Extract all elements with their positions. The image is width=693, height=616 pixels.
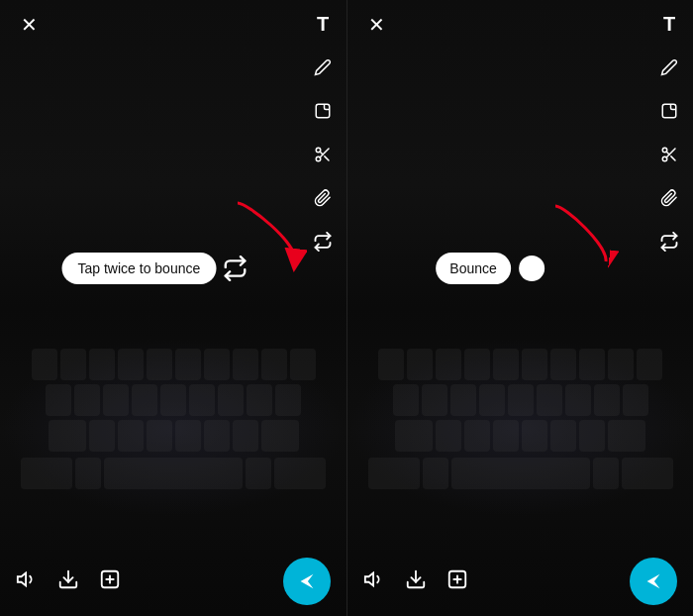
- key: [246, 458, 271, 489]
- paperclip-icon[interactable]: [309, 184, 337, 212]
- key: [608, 420, 645, 452]
- scissors-icon[interactable]: [309, 141, 337, 168]
- key: [522, 420, 547, 452]
- right-keyboard: [347, 349, 693, 547]
- text-tool-icon-right[interactable]: T: [655, 10, 683, 38]
- volume-icon-left[interactable]: [16, 568, 38, 595]
- left-top-bar: ✕: [0, 0, 346, 50]
- key: [21, 458, 72, 489]
- red-arrow-left: [218, 193, 307, 272]
- key: [175, 349, 201, 380]
- key: [622, 458, 673, 489]
- key: [422, 384, 447, 416]
- right-bottom-bar: [347, 547, 693, 616]
- key: [118, 349, 144, 380]
- key: [89, 349, 115, 380]
- key: [464, 420, 490, 452]
- key: [550, 349, 576, 380]
- key: [537, 384, 562, 416]
- svg-line-5: [320, 152, 323, 154]
- red-arrow-right: [541, 198, 620, 272]
- key: [479, 384, 505, 416]
- key: [147, 349, 172, 380]
- left-panel: ✕ T: [0, 0, 346, 616]
- key: [395, 420, 433, 452]
- right-bottom-icons: [363, 568, 468, 595]
- send-button-left[interactable]: [283, 558, 331, 605]
- svg-line-4: [325, 156, 329, 160]
- key: [579, 349, 605, 380]
- key: [60, 349, 86, 380]
- key: [508, 384, 534, 416]
- key: [160, 384, 186, 416]
- key: [75, 458, 101, 489]
- key: [594, 384, 620, 416]
- key: [493, 349, 519, 380]
- pencil-icon[interactable]: [309, 53, 337, 81]
- sticker-icon-right[interactable]: [655, 97, 683, 125]
- close-icon: ✕: [21, 13, 38, 37]
- key: [593, 458, 619, 489]
- key: [464, 349, 490, 380]
- key: [74, 384, 100, 416]
- key: [175, 420, 201, 452]
- svg-line-17: [666, 152, 669, 154]
- key: [436, 420, 461, 452]
- key: [132, 384, 157, 416]
- key: [204, 349, 230, 380]
- key: [393, 384, 419, 416]
- add-icon-right[interactable]: [446, 568, 468, 595]
- key: [46, 384, 71, 416]
- add-icon-left[interactable]: [99, 568, 121, 595]
- svg-line-16: [671, 156, 675, 160]
- volume-icon-right[interactable]: [363, 568, 385, 595]
- key: [247, 384, 272, 416]
- bounce-loop-icon-right[interactable]: [655, 228, 683, 256]
- bounce-loop-icon[interactable]: [309, 228, 337, 256]
- right-right-toolbar: T: [655, 10, 683, 256]
- pencil-icon-right[interactable]: [655, 53, 683, 81]
- key: [493, 420, 519, 452]
- right-panel: ✕ T: [346, 0, 693, 616]
- left-close-button[interactable]: ✕: [14, 10, 44, 40]
- svg-marker-7: [18, 572, 26, 585]
- key: [368, 458, 420, 489]
- send-icon-right: [643, 570, 664, 592]
- left-right-toolbar: T: [309, 10, 337, 256]
- send-icon-left: [296, 570, 318, 592]
- right-close-button[interactable]: ✕: [361, 10, 391, 40]
- key: [274, 458, 326, 489]
- key: [451, 458, 590, 489]
- key: [450, 384, 476, 416]
- key: [522, 349, 547, 380]
- key: [550, 420, 576, 452]
- paperclip-icon-right[interactable]: [655, 184, 683, 212]
- key: [565, 384, 591, 416]
- left-bottom-bar: [0, 547, 346, 616]
- left-bottom-icons: [16, 568, 121, 595]
- tap-twice-bubble: Tap twice to bounce: [62, 253, 217, 284]
- key: [436, 349, 461, 380]
- key: [608, 349, 634, 380]
- sticker-icon[interactable]: [309, 97, 337, 125]
- key: [189, 384, 215, 416]
- key: [103, 384, 129, 416]
- left-keyboard: [0, 349, 346, 547]
- key: [32, 349, 57, 380]
- download-icon-right[interactable]: [405, 568, 427, 595]
- key: [623, 384, 648, 416]
- key: [233, 349, 258, 380]
- text-tool-icon[interactable]: T: [309, 10, 337, 38]
- svg-rect-0: [316, 104, 330, 118]
- key: [261, 349, 287, 380]
- key: [290, 349, 316, 380]
- scissors-icon-right[interactable]: [655, 141, 683, 168]
- right-bounce-area: Bounce: [436, 253, 544, 284]
- download-icon-left[interactable]: [57, 568, 79, 595]
- key: [407, 349, 433, 380]
- bounce-label: Bounce: [436, 253, 510, 284]
- key: [89, 420, 115, 452]
- right-top-bar: ✕: [347, 0, 693, 50]
- key: [218, 384, 244, 416]
- send-button-right[interactable]: [630, 558, 677, 605]
